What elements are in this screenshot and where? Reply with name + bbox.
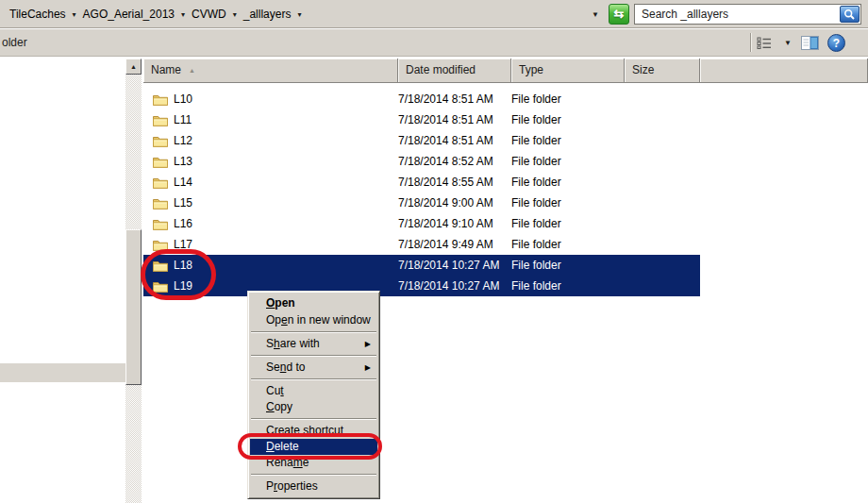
address-history-dropdown-icon[interactable]: ▼ xyxy=(592,10,599,19)
file-row-L19[interactable]: L197/18/2014 10:27 AMFile folder xyxy=(143,276,700,296)
file-list: Name▲Date modifiedTypeSize L107/18/2014 … xyxy=(143,59,868,296)
breadcrumb-item-AGO_Aerial_2013[interactable]: AGO_Aerial_2013 xyxy=(81,7,176,22)
scroll-up-button[interactable]: ▲ xyxy=(125,59,142,75)
type-cell: File folder xyxy=(511,155,625,168)
help-button[interactable]: ? xyxy=(827,34,845,52)
column-header-filler xyxy=(700,59,868,83)
annotation-ellipse-delete xyxy=(238,433,382,460)
file-name-cell: L10 xyxy=(143,92,398,106)
navigation-pane-inactive-selection[interactable] xyxy=(0,363,125,382)
type-cell: File folder xyxy=(511,217,625,230)
menu-separator xyxy=(251,474,376,475)
folder-icon xyxy=(153,114,168,126)
type-cell: File folder xyxy=(511,259,625,272)
menu-item-share-with[interactable]: Share with▶ xyxy=(250,336,377,352)
breadcrumb-item-TileCaches[interactable]: TileCaches xyxy=(8,7,68,22)
date-modified-cell: 7/18/2014 8:52 AM xyxy=(398,155,511,168)
column-header-date-modified[interactable]: Date modified xyxy=(398,59,511,83)
breadcrumb-item-CVWD[interactable]: CVWD xyxy=(190,7,228,22)
vertical-scrollbar: ▲ xyxy=(125,59,142,503)
file-row-L11[interactable]: L117/18/2014 8:51 AMFile folder xyxy=(143,109,700,130)
menu-item-send-to[interactable]: Send to▶ xyxy=(250,360,377,376)
file-row-L17[interactable]: L177/18/2014 9:49 AMFile folder xyxy=(143,234,700,255)
search-button[interactable] xyxy=(840,6,860,23)
file-name-label: L14 xyxy=(174,176,192,189)
refresh-icon: ⇆ xyxy=(614,7,625,21)
refresh-button[interactable]: ⇆ xyxy=(609,4,629,25)
chevron-down-icon: ▼ xyxy=(784,39,792,47)
type-cell: File folder xyxy=(511,134,625,147)
file-name-cell: L16 xyxy=(143,217,398,230)
date-modified-cell: 7/18/2014 8:51 AM xyxy=(398,113,511,126)
command-bar-clipped-label[interactable]: older xyxy=(2,36,27,49)
file-name-cell: L13 xyxy=(143,155,398,168)
search-box xyxy=(634,4,861,25)
search-icon xyxy=(843,8,856,21)
column-header-type[interactable]: Type xyxy=(511,59,625,83)
toolbar-separator xyxy=(750,33,751,52)
folder-icon xyxy=(153,156,168,168)
type-cell: File folder xyxy=(511,92,625,106)
menu-item-open-in-new-window[interactable]: Open in new window xyxy=(250,312,377,328)
breadcrumb-chevron-icon[interactable]: ▾ xyxy=(297,10,301,19)
file-row-L12[interactable]: L127/18/2014 8:51 AMFile folder xyxy=(143,130,700,151)
search-input[interactable] xyxy=(635,5,837,24)
file-row-L13[interactable]: L137/18/2014 8:52 AMFile folder xyxy=(143,151,700,172)
breadcrumb-item-_alllayers[interactable]: _alllayers xyxy=(242,7,293,22)
column-header-name[interactable]: Name▲ xyxy=(143,59,398,83)
explorer-window: { "window": { "breadcrumb": { "items": [… xyxy=(0,0,868,503)
type-cell: File folder xyxy=(511,196,625,210)
command-bar: older ▼ ? xyxy=(0,29,868,57)
folder-icon xyxy=(153,93,168,106)
file-row-L15[interactable]: L157/18/2014 9:00 AMFile folder xyxy=(143,193,700,213)
type-cell: File folder xyxy=(511,279,625,293)
column-header-label: Type xyxy=(519,59,543,82)
file-name-cell: L15 xyxy=(143,196,398,210)
column-header-size[interactable]: Size xyxy=(625,59,700,83)
content-area: ▲ Name▲Date modifiedTypeSize L107/18/201… xyxy=(0,58,868,503)
breadcrumb-chevron-icon[interactable]: ▾ xyxy=(181,10,185,19)
breadcrumb-chevron-icon[interactable]: ▾ xyxy=(233,10,237,19)
breadcrumb-chevron-icon[interactable]: ▾ xyxy=(73,10,76,19)
folder-icon xyxy=(153,197,168,210)
date-modified-cell: 7/18/2014 9:10 AM xyxy=(398,217,511,230)
menu-separator xyxy=(251,331,376,332)
date-modified-cell: 7/18/2014 8:51 AM xyxy=(398,134,511,147)
question-mark-icon: ? xyxy=(833,37,840,50)
type-cell: File folder xyxy=(511,176,625,189)
file-row-L10[interactable]: L107/18/2014 8:51 AMFile folder xyxy=(143,89,700,109)
file-rows: L107/18/2014 8:51 AMFile folderL117/18/2… xyxy=(143,89,868,296)
menu-separator xyxy=(251,355,376,356)
column-header-label: Size xyxy=(632,59,654,82)
scroll-up-arrow-icon: ▲ xyxy=(130,63,137,70)
date-modified-cell: 7/18/2014 10:27 AM xyxy=(398,279,511,293)
menu-item-copy[interactable]: Copy xyxy=(250,399,377,415)
type-cell: File folder xyxy=(511,238,625,251)
details-view-icon xyxy=(757,37,773,49)
menu-item-open[interactable]: Open xyxy=(250,294,377,312)
file-name-label: L13 xyxy=(174,155,192,168)
file-name-cell: L12 xyxy=(143,134,398,147)
change-view-button[interactable]: ▼ xyxy=(757,34,792,52)
date-modified-cell: 7/18/2014 10:27 AM xyxy=(398,259,511,272)
navigation-pane xyxy=(0,58,125,503)
preview-pane-button[interactable] xyxy=(801,34,819,52)
sort-ascending-icon: ▲ xyxy=(189,59,195,82)
file-row-L16[interactable]: L167/18/2014 9:10 AMFile folder xyxy=(143,213,700,234)
date-modified-cell: 7/18/2014 8:55 AM xyxy=(398,176,511,189)
address-bar: TileCaches▾AGO_Aerial_2013▾CVWD▾_alllaye… xyxy=(0,0,868,28)
file-row-L18[interactable]: L187/18/2014 10:27 AMFile folder xyxy=(143,255,700,276)
column-header-row: Name▲Date modifiedTypeSize xyxy=(143,59,868,83)
menu-item-properties[interactable]: Properties xyxy=(250,478,377,495)
date-modified-cell: 7/18/2014 9:00 AM xyxy=(398,196,511,210)
annotation-ellipse-selected-folders xyxy=(141,249,216,300)
column-header-label: Date modified xyxy=(406,59,476,82)
menu-item-cut[interactable]: Cut xyxy=(250,383,377,399)
date-modified-cell: 7/18/2014 9:49 AM xyxy=(398,238,511,251)
folder-icon xyxy=(153,176,168,189)
file-row-L14[interactable]: L147/18/2014 8:55 AMFile folder xyxy=(143,172,700,193)
menu-separator xyxy=(251,418,376,419)
breadcrumb: TileCaches▾AGO_Aerial_2013▾CVWD▾_alllaye… xyxy=(8,0,306,28)
scrollbar-thumb[interactable] xyxy=(125,229,142,385)
file-name-cell: L11 xyxy=(143,113,398,126)
